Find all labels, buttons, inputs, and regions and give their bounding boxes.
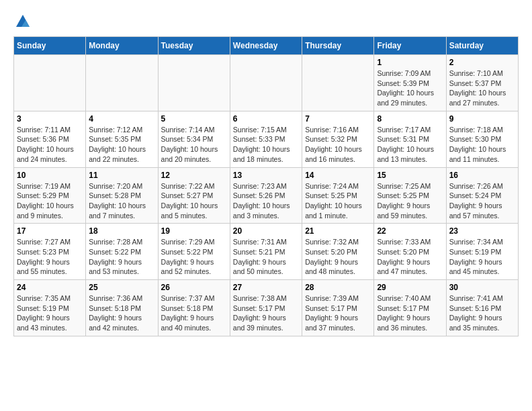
day-number: 6 <box>233 114 299 124</box>
calendar-header-sunday: Sunday <box>14 37 86 55</box>
day-info: Sunrise: 7:40 AM Sunset: 5:17 PM Dayligh… <box>377 293 443 333</box>
calendar-cell: 5Sunrise: 7:14 AM Sunset: 5:34 PM Daylig… <box>158 111 230 167</box>
day-number: 10 <box>17 171 83 180</box>
day-number: 16 <box>449 171 515 180</box>
calendar-cell: 25Sunrise: 7:36 AM Sunset: 5:18 PM Dayli… <box>86 280 158 336</box>
calendar-cell <box>302 55 374 111</box>
day-info: Sunrise: 7:36 AM Sunset: 5:18 PM Dayligh… <box>89 293 154 333</box>
day-info: Sunrise: 7:14 AM Sunset: 5:34 PM Dayligh… <box>161 125 227 165</box>
day-number: 13 <box>233 171 299 180</box>
day-info: Sunrise: 7:15 AM Sunset: 5:33 PM Dayligh… <box>233 125 299 165</box>
calendar-cell: 17Sunrise: 7:27 AM Sunset: 5:23 PM Dayli… <box>14 224 86 280</box>
day-number: 2 <box>449 58 515 67</box>
calendar-header-wednesday: Wednesday <box>230 37 302 55</box>
calendar-cell: 13Sunrise: 7:23 AM Sunset: 5:26 PM Dayli… <box>230 167 302 224</box>
calendar-cell <box>158 55 230 111</box>
day-info: Sunrise: 7:12 AM Sunset: 5:35 PM Dayligh… <box>89 125 154 165</box>
day-info: Sunrise: 7:41 AM Sunset: 5:16 PM Dayligh… <box>449 293 515 333</box>
calendar-cell: 8Sunrise: 7:17 AM Sunset: 5:31 PM Daylig… <box>374 111 446 167</box>
day-number: 19 <box>161 226 227 236</box>
day-number: 11 <box>89 171 154 180</box>
calendar-cell: 3Sunrise: 7:11 AM Sunset: 5:36 PM Daylig… <box>14 111 86 167</box>
calendar-cell: 30Sunrise: 7:41 AM Sunset: 5:16 PM Dayli… <box>446 280 518 336</box>
calendar-header-friday: Friday <box>374 37 446 55</box>
day-number: 28 <box>305 283 371 292</box>
day-info: Sunrise: 7:35 AM Sunset: 5:19 PM Dayligh… <box>17 293 83 333</box>
day-number: 12 <box>161 171 227 180</box>
calendar-week-row: 24Sunrise: 7:35 AM Sunset: 5:19 PM Dayli… <box>14 280 519 336</box>
calendar-cell: 14Sunrise: 7:24 AM Sunset: 5:25 PM Dayli… <box>302 167 374 224</box>
calendar-cell <box>14 55 86 111</box>
calendar-cell: 19Sunrise: 7:29 AM Sunset: 5:22 PM Dayli… <box>158 224 230 280</box>
day-info: Sunrise: 7:32 AM Sunset: 5:20 PM Dayligh… <box>305 237 371 277</box>
day-info: Sunrise: 7:11 AM Sunset: 5:36 PM Dayligh… <box>17 125 83 165</box>
day-info: Sunrise: 7:38 AM Sunset: 5:17 PM Dayligh… <box>233 293 299 333</box>
calendar-cell: 18Sunrise: 7:28 AM Sunset: 5:22 PM Dayli… <box>86 224 158 280</box>
day-info: Sunrise: 7:24 AM Sunset: 5:25 PM Dayligh… <box>305 181 371 221</box>
day-number: 7 <box>305 114 371 124</box>
day-info: Sunrise: 7:34 AM Sunset: 5:19 PM Dayligh… <box>449 237 515 277</box>
day-info: Sunrise: 7:27 AM Sunset: 5:23 PM Dayligh… <box>17 237 83 277</box>
calendar-cell: 6Sunrise: 7:15 AM Sunset: 5:33 PM Daylig… <box>230 111 302 167</box>
day-number: 20 <box>233 226 299 236</box>
calendar-cell: 29Sunrise: 7:40 AM Sunset: 5:17 PM Dayli… <box>374 280 446 336</box>
calendar-cell: 28Sunrise: 7:39 AM Sunset: 5:17 PM Dayli… <box>302 280 374 336</box>
day-number: 4 <box>89 114 154 124</box>
calendar-week-row: 3Sunrise: 7:11 AM Sunset: 5:36 PM Daylig… <box>14 111 519 167</box>
calendar-cell: 24Sunrise: 7:35 AM Sunset: 5:19 PM Dayli… <box>14 280 86 336</box>
calendar-header-saturday: Saturday <box>446 37 518 55</box>
day-info: Sunrise: 7:31 AM Sunset: 5:21 PM Dayligh… <box>233 237 299 277</box>
day-number: 27 <box>233 283 299 292</box>
day-info: Sunrise: 7:17 AM Sunset: 5:31 PM Dayligh… <box>377 125 443 165</box>
calendar-cell: 23Sunrise: 7:34 AM Sunset: 5:19 PM Dayli… <box>446 224 518 280</box>
day-number: 24 <box>17 283 83 292</box>
calendar-cell: 26Sunrise: 7:37 AM Sunset: 5:18 PM Dayli… <box>158 280 230 336</box>
calendar-cell: 1Sunrise: 7:09 AM Sunset: 5:39 PM Daylig… <box>374 55 446 111</box>
day-number: 30 <box>449 283 515 292</box>
day-number: 21 <box>305 226 371 236</box>
day-number: 15 <box>377 171 443 180</box>
day-number: 1 <box>377 58 443 67</box>
calendar-week-row: 1Sunrise: 7:09 AM Sunset: 5:39 PM Daylig… <box>14 55 519 111</box>
day-info: Sunrise: 7:16 AM Sunset: 5:32 PM Dayligh… <box>305 125 371 165</box>
day-info: Sunrise: 7:25 AM Sunset: 5:25 PM Dayligh… <box>377 181 443 221</box>
day-info: Sunrise: 7:10 AM Sunset: 5:37 PM Dayligh… <box>449 68 515 108</box>
day-number: 26 <box>161 283 227 292</box>
day-info: Sunrise: 7:28 AM Sunset: 5:22 PM Dayligh… <box>89 237 154 277</box>
calendar-cell: 22Sunrise: 7:33 AM Sunset: 5:20 PM Dayli… <box>374 224 446 280</box>
calendar-cell: 21Sunrise: 7:32 AM Sunset: 5:20 PM Dayli… <box>302 224 374 280</box>
logo-icon <box>15 13 31 30</box>
day-number: 22 <box>377 226 443 236</box>
calendar-cell: 4Sunrise: 7:12 AM Sunset: 5:35 PM Daylig… <box>86 111 158 167</box>
calendar-cell: 2Sunrise: 7:10 AM Sunset: 5:37 PM Daylig… <box>446 55 518 111</box>
calendar-header-tuesday: Tuesday <box>158 37 230 55</box>
calendar-header-row: SundayMondayTuesdayWednesdayThursdayFrid… <box>14 37 519 55</box>
day-number: 8 <box>377 114 443 124</box>
day-number: 14 <box>305 171 371 180</box>
header <box>13 13 519 30</box>
calendar-week-row: 17Sunrise: 7:27 AM Sunset: 5:23 PM Dayli… <box>14 224 519 280</box>
day-number: 18 <box>89 226 154 236</box>
day-number: 17 <box>17 226 83 236</box>
calendar-cell <box>86 55 158 111</box>
day-info: Sunrise: 7:20 AM Sunset: 5:28 PM Dayligh… <box>89 181 154 221</box>
day-info: Sunrise: 7:23 AM Sunset: 5:26 PM Dayligh… <box>233 181 299 221</box>
day-number: 9 <box>449 114 515 124</box>
day-number: 3 <box>17 114 83 124</box>
calendar-table: SundayMondayTuesdayWednesdayThursdayFrid… <box>13 36 519 336</box>
day-info: Sunrise: 7:18 AM Sunset: 5:30 PM Dayligh… <box>449 125 515 165</box>
calendar-cell: 16Sunrise: 7:26 AM Sunset: 5:24 PM Dayli… <box>446 167 518 224</box>
logo <box>13 13 31 30</box>
day-number: 5 <box>161 114 227 124</box>
day-number: 23 <box>449 226 515 236</box>
day-info: Sunrise: 7:33 AM Sunset: 5:20 PM Dayligh… <box>377 237 443 277</box>
day-info: Sunrise: 7:29 AM Sunset: 5:22 PM Dayligh… <box>161 237 227 277</box>
day-info: Sunrise: 7:22 AM Sunset: 5:27 PM Dayligh… <box>161 181 227 221</box>
calendar-cell: 27Sunrise: 7:38 AM Sunset: 5:17 PM Dayli… <box>230 280 302 336</box>
day-info: Sunrise: 7:37 AM Sunset: 5:18 PM Dayligh… <box>161 293 227 333</box>
day-number: 29 <box>377 283 443 292</box>
calendar-cell: 7Sunrise: 7:16 AM Sunset: 5:32 PM Daylig… <box>302 111 374 167</box>
calendar-header-thursday: Thursday <box>302 37 374 55</box>
day-info: Sunrise: 7:19 AM Sunset: 5:29 PM Dayligh… <box>17 181 83 221</box>
calendar-cell: 9Sunrise: 7:18 AM Sunset: 5:30 PM Daylig… <box>446 111 518 167</box>
